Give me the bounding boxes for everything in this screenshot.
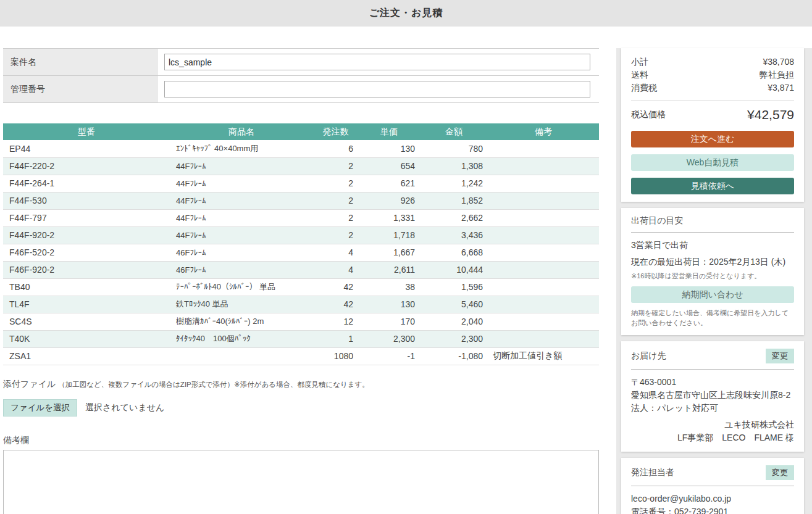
change-delivery-button[interactable]: 変更: [766, 349, 794, 363]
cell-amount: 2,662: [420, 209, 488, 226]
cell-unit_price: 654: [358, 157, 420, 175]
order-info-form: 案件名 管理番号: [3, 48, 599, 103]
cell-note: [488, 296, 599, 313]
attachment-label: 添付ファイル: [3, 379, 56, 389]
delivery-company: ユキ技研株式会社: [631, 418, 794, 431]
file-select-status: 選択されていません: [85, 402, 164, 413]
cell-model: TL4F: [3, 296, 170, 313]
page-title: ご注文・お見積: [369, 7, 443, 20]
file-select-button[interactable]: ファイルを選択: [3, 399, 77, 417]
cell-product: [170, 347, 313, 365]
delivery-card-divider: [631, 369, 794, 370]
attachment-label-line: 添付ファイル （加工図など、複数ファイルの場合はZIP形式で添付）※添付がある場…: [3, 379, 599, 390]
delivery-card-head: お届け先 変更: [631, 349, 794, 363]
remarks-box: [3, 450, 599, 514]
cell-amount: 780: [420, 140, 488, 157]
cell-product: ﾃｰﾊﾟｰﾎﾞﾙﾄ40（ｼﾙﾊﾞｰ） 単品: [170, 278, 313, 296]
items-table: 型番 商品名 発注数 単価 金額 備考 EP44ｴﾝﾄﾞｷｬｯﾌﾟ 40×40m…: [3, 123, 599, 365]
cell-unit_price: 1,331: [358, 209, 420, 226]
remarks-textarea[interactable]: [3, 450, 599, 514]
quote-request-button[interactable]: 見積依頼へ: [631, 178, 794, 194]
orderer-title: 発注担当者: [631, 467, 674, 478]
cell-unit_price: 170: [358, 313, 420, 330]
attachment-section: 添付ファイル （加工図など、複数ファイルの場合はZIP形式で添付）※添付がある場…: [3, 379, 599, 417]
delivery-inquiry-note: 納期を確定したい場合、備考欄に希望日を入力してお問い合わせください。: [631, 308, 794, 328]
cell-unit_price: 2,611: [358, 261, 420, 278]
cell-unit_price: 2,300: [358, 330, 420, 347]
cell-model: EP44: [3, 140, 170, 157]
table-row: F46F-920-246Fﾌﾚｰﾑ42,61110,444: [3, 261, 599, 278]
attachment-hint: （加工図など、複数ファイルの場合はZIP形式で添付）※添付がある場合、都度見積に…: [58, 381, 369, 388]
delivery-inquiry-button[interactable]: 納期問い合わせ: [631, 286, 794, 303]
col-header-amount: 金額: [420, 123, 488, 140]
cell-qty: 2: [313, 209, 358, 226]
sidebar: 小計 ¥38,708 送料 弊社負担 消費税 ¥3,871 税込価格 ¥42,5…: [616, 48, 812, 514]
cell-note: [488, 140, 599, 157]
table-row: TL4F鉄Tﾛｯｸ40 単品421305,460: [3, 296, 599, 313]
tax-label: 消費税: [631, 81, 657, 94]
delivery-address: 愛知県名古屋市守山区上志段味安川原8-2: [631, 389, 794, 402]
cell-qty: 2: [313, 175, 358, 192]
table-row: EP44ｴﾝﾄﾞｷｬｯﾌﾟ 40×40mm用6130780: [3, 140, 599, 157]
shipping-fee-label: 送料: [631, 68, 648, 81]
table-row: F44F-220-244Fﾌﾚｰﾑ26541,308: [3, 157, 599, 175]
cell-unit_price: 926: [358, 192, 420, 209]
cell-product: 鉄Tﾛｯｸ40 単品: [170, 296, 313, 313]
web-auto-quote-button[interactable]: Web自動見積: [631, 154, 794, 171]
cell-unit_price: 130: [358, 140, 420, 157]
cell-qty: 1080: [313, 347, 358, 365]
shipping-estimate-card: 出荷日の目安 3営業日で出荷 現在の最短出荷日：2025年2月13日 (木) ※…: [621, 208, 804, 335]
change-orderer-button[interactable]: 変更: [766, 465, 794, 480]
delivery-recipient: LF事業部 LECO FLAME 様: [631, 431, 794, 444]
cell-note: [488, 278, 599, 296]
cell-unit_price: 621: [358, 175, 420, 192]
cell-amount: -1,080: [420, 347, 488, 365]
earliest-ship-date: 現在の最短出荷日：2025年2月13日 (木): [631, 255, 794, 268]
cutoff-note: ※16時以降は翌営業日の受付となります。: [631, 271, 794, 281]
cell-note: [488, 192, 599, 209]
cell-note: [488, 330, 599, 347]
remarks-section: 備考欄: [3, 435, 599, 514]
project-name-label: 案件名: [3, 49, 159, 75]
management-number-cell: [159, 76, 599, 102]
proceed-order-button[interactable]: 注文へ進む: [631, 131, 794, 147]
col-header-unit-price: 単価: [358, 123, 420, 140]
cell-model: F44F-530: [3, 192, 170, 209]
shipping-fee-row: 送料 弊社負担: [631, 68, 794, 81]
shipping-card-divider: [631, 232, 794, 233]
management-number-input[interactable]: [164, 81, 590, 97]
cell-unit_price: -1: [358, 347, 420, 365]
cell-product: ﾀｲﾀｯｸ40 100個ﾊﾟｯｸ: [170, 330, 313, 347]
cell-model: ZSA1: [3, 347, 170, 365]
cell-qty: 2: [313, 226, 358, 244]
cell-amount: 3,436: [420, 226, 488, 244]
col-header-note: 備考: [488, 123, 599, 140]
orderer-card: 発注担当者 変更 leco-order@yukilabo.co.jp 電話番号：…: [621, 458, 804, 514]
cell-product: 44Fﾌﾚｰﾑ: [170, 157, 313, 175]
cell-model: F44F-220-2: [3, 157, 170, 175]
cell-amount: 6,668: [420, 244, 488, 261]
total-row: 税込価格 ¥42,579: [631, 107, 794, 122]
cell-amount: 1,242: [420, 175, 488, 192]
cell-product: 44Fﾌﾚｰﾑ: [170, 175, 313, 192]
cell-product: 46Fﾌﾚｰﾑ: [170, 244, 313, 261]
cell-amount: 1,308: [420, 157, 488, 175]
project-name-input[interactable]: [164, 54, 590, 70]
cell-product: 44Fﾌﾚｰﾑ: [170, 192, 313, 209]
shipping-estimate-title: 出荷日の目安: [631, 215, 794, 226]
subtotal-row: 小計 ¥38,708: [631, 56, 794, 68]
table-row: T40Kﾀｲﾀｯｸ40 100個ﾊﾟｯｸ12,3002,300: [3, 330, 599, 347]
table-row: F44F-53044Fﾌﾚｰﾑ29261,852: [3, 192, 599, 209]
orderer-card-divider: [631, 486, 794, 486]
items-body: EP44ｴﾝﾄﾞｷｬｯﾌﾟ 40×40mm用6130780F44F-220-24…: [3, 140, 599, 365]
table-row: F44F-79744Fﾌﾚｰﾑ21,3312,662: [3, 209, 599, 226]
cell-unit_price: 38: [358, 278, 420, 296]
cell-qty: 4: [313, 261, 358, 278]
cell-note: [488, 244, 599, 261]
main-content: 案件名 管理番号 型番 商品名 発注数: [3, 48, 599, 514]
col-header-product: 商品名: [170, 123, 313, 140]
subtotal-label: 小計: [631, 56, 648, 68]
cell-qty: 6: [313, 140, 358, 157]
subtotal-value: ¥38,708: [763, 56, 794, 68]
cell-note: [488, 226, 599, 244]
